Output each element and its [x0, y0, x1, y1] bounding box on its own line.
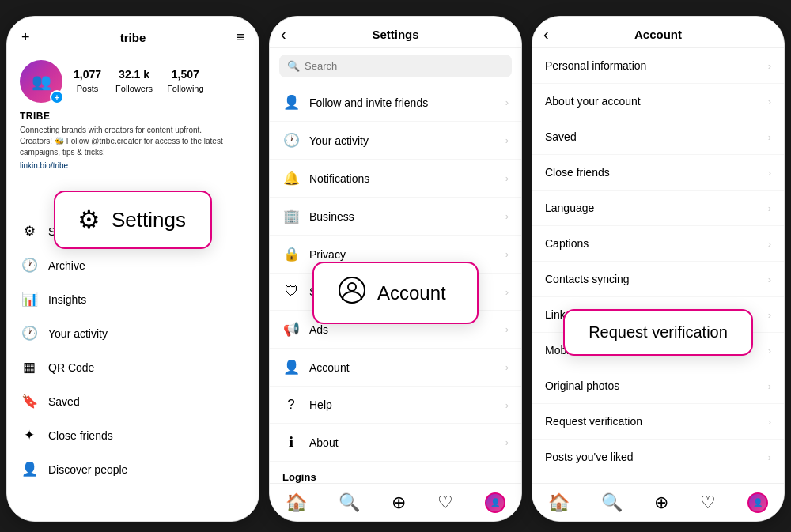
- menu-item-insights[interactable]: 📊 Insights: [7, 282, 259, 316]
- follow-label: Follow and invite friends: [309, 96, 428, 109]
- business-icon: 🏢: [282, 208, 300, 224]
- account-posts-liked[interactable]: Posts you've liked ›: [532, 440, 784, 474]
- nav-home[interactable]: 🏠: [548, 492, 570, 513]
- notifications-icon: 🔔: [282, 170, 300, 187]
- chevron-icon: ›: [505, 399, 509, 411]
- privacy-label: Privacy: [309, 248, 346, 261]
- settings-back-button[interactable]: ‹: [281, 25, 286, 43]
- account-label: Account: [309, 361, 350, 374]
- nav-profile[interactable]: 👤: [747, 492, 768, 513]
- chevron-icon: ›: [768, 202, 771, 214]
- chevron-icon: ›: [768, 380, 771, 392]
- settings-popup-label: Settings: [112, 208, 186, 232]
- nav-search[interactable]: 🔍: [601, 492, 623, 513]
- chevron-icon: ›: [768, 131, 771, 143]
- nav-search[interactable]: 🔍: [339, 492, 360, 513]
- menu-item-archive[interactable]: 🕐 Archive: [7, 248, 259, 282]
- account-back-button[interactable]: ‹: [543, 25, 549, 43]
- chevron-icon: ›: [505, 286, 509, 298]
- settings-business[interactable]: 🏢 Business ›: [270, 198, 521, 236]
- stat-following: 1,507 Following: [167, 68, 203, 95]
- chevron-icon: ›: [768, 309, 771, 321]
- business-label: Business: [309, 210, 354, 223]
- qr-icon: ▦: [21, 359, 37, 375]
- chevron-icon: ›: [505, 134, 509, 146]
- menu-item-qrcode[interactable]: ▦ QR Code: [7, 350, 259, 384]
- profile-link[interactable]: linkin.bio/tribe: [7, 160, 259, 175]
- following-label: Following: [167, 84, 203, 93]
- chevron-icon: ›: [505, 361, 509, 373]
- close-friends-icon: ✦: [21, 427, 37, 443]
- menu-item-activity[interactable]: 🕐 Your activity: [7, 316, 259, 350]
- account-close-friends[interactable]: Close friends ›: [532, 155, 784, 191]
- menu-close-friends-label: Close friends: [48, 429, 113, 442]
- menu-activity-label: Your activity: [48, 327, 108, 340]
- nav-heart[interactable]: ♡: [437, 492, 453, 513]
- menu-saved-label: Saved: [48, 395, 80, 408]
- search-bar[interactable]: 🔍: [279, 55, 512, 77]
- stat-posts: 1,077 Posts: [74, 68, 101, 95]
- s3-header: ‹ Account: [532, 17, 784, 48]
- chevron-icon: ›: [768, 451, 771, 463]
- settings-help[interactable]: ? Help ›: [270, 387, 521, 424]
- s1-title: tribe: [120, 31, 146, 44]
- logins-section: Logins: [270, 462, 521, 485]
- avatar-plus-icon: +: [50, 90, 64, 104]
- nav-heart[interactable]: ♡: [700, 492, 716, 513]
- contacts-label: Contacts syncing: [545, 273, 630, 285]
- chevron-icon: ›: [768, 416, 771, 428]
- account-about[interactable]: About your account ›: [532, 84, 784, 119]
- username: TRIBE: [7, 109, 259, 123]
- account-title: Account: [634, 28, 682, 41]
- activity-icon: 🕐: [21, 325, 37, 341]
- menu-qr-label: QR Code: [48, 361, 94, 374]
- nav-profile[interactable]: 👤: [485, 492, 505, 513]
- account-contacts[interactable]: Contacts syncing ›: [532, 262, 784, 297]
- settings-icon: ⚙: [21, 223, 37, 240]
- menu-button[interactable]: ≡: [234, 28, 246, 47]
- account-captions[interactable]: Captions ›: [532, 226, 784, 262]
- menu-discover-label: Discover people: [48, 463, 127, 476]
- settings-your-activity[interactable]: 🕐 Your activity ›: [270, 122, 521, 160]
- bio: Connecting brands with creators for cont…: [7, 123, 259, 160]
- svg-point-1: [348, 283, 356, 291]
- following-count: 1,507: [167, 68, 203, 81]
- account-popup-icon: [338, 276, 366, 310]
- nav-add[interactable]: ⊕: [392, 492, 406, 513]
- s3-bottom-nav: 🏠 🔍 ⊕ ♡ 👤: [532, 483, 784, 521]
- verify-popup-label: Request verification: [589, 323, 728, 341]
- followers-count: 32.1 k: [115, 68, 153, 81]
- menu-insights-label: Insights: [48, 293, 86, 306]
- account-saved[interactable]: Saved ›: [532, 119, 784, 155]
- posts-label: Posts: [77, 84, 99, 93]
- settings-follow-friends[interactable]: 👤 Follow and invite friends ›: [270, 84, 521, 122]
- settings-account[interactable]: 👤 Account ›: [270, 349, 521, 387]
- chevron-icon: ›: [505, 172, 509, 184]
- settings-notifications[interactable]: 🔔 Notifications ›: [270, 160, 521, 198]
- saved-icon: 🔖: [21, 393, 37, 409]
- account-original-photos[interactable]: Original photos ›: [532, 368, 784, 404]
- settings-gear-icon: ⚙: [78, 205, 100, 235]
- search-input[interactable]: [305, 60, 504, 72]
- add-button[interactable]: +: [20, 28, 32, 47]
- nav-home[interactable]: 🏠: [286, 492, 307, 513]
- avatar-icon: 👥: [32, 72, 51, 91]
- screen1-phone: + tribe ≡ 👥 + 1,077 Posts 32.1 k: [6, 16, 259, 522]
- account-language[interactable]: Language ›: [532, 191, 784, 226]
- menu-item-discover[interactable]: 👤 Discover people: [7, 452, 259, 486]
- menu-item-close-friends[interactable]: ✦ Close friends: [7, 418, 259, 452]
- chevron-icon: ›: [768, 345, 771, 357]
- chevron-icon: ›: [505, 323, 509, 335]
- account-personal-info[interactable]: Personal information ›: [532, 48, 784, 84]
- chevron-icon: ›: [505, 436, 509, 448]
- settings-about[interactable]: ℹ About ›: [270, 424, 521, 462]
- avatar: 👥 +: [20, 60, 62, 103]
- ads-icon: 📢: [282, 321, 300, 338]
- about-account-label: About your account: [545, 95, 641, 108]
- menu-item-saved[interactable]: 🔖 Saved: [7, 384, 259, 418]
- nav-add[interactable]: ⊕: [654, 492, 668, 513]
- account-request-verification[interactable]: Request verification ›: [532, 404, 784, 440]
- posts-liked-label: Posts you've liked: [545, 451, 634, 463]
- archive-icon: 🕐: [21, 257, 37, 274]
- chevron-icon: ›: [768, 238, 771, 250]
